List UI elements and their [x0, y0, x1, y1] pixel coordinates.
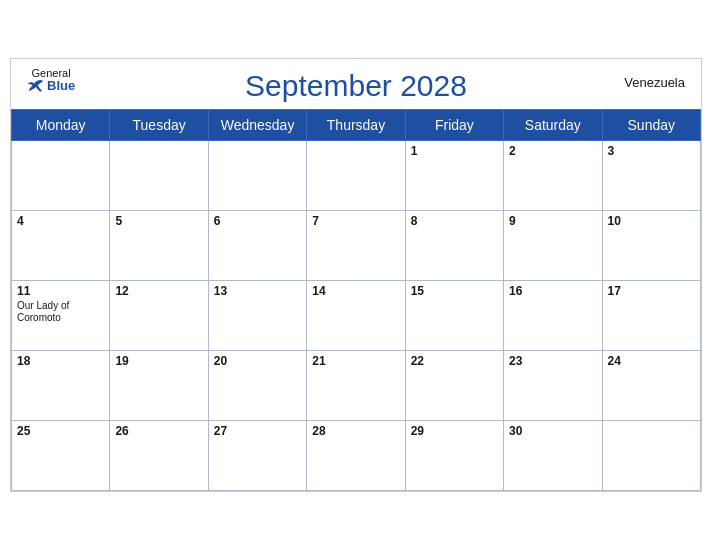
- calendar-day-cell: [208, 141, 306, 211]
- day-number: 24: [608, 354, 695, 368]
- day-number: 4: [17, 214, 104, 228]
- calendar-day-cell: 8: [405, 211, 503, 281]
- day-number: 14: [312, 284, 399, 298]
- calendar-day-cell: 21: [307, 351, 405, 421]
- country-label: Venezuela: [624, 75, 685, 90]
- header-wednesday: Wednesday: [208, 110, 306, 141]
- day-number: 26: [115, 424, 202, 438]
- day-number: 3: [608, 144, 695, 158]
- calendar-day-cell: 16: [504, 281, 602, 351]
- calendar-day-cell: [307, 141, 405, 211]
- calendar-day-cell: 4: [12, 211, 110, 281]
- day-number: 23: [509, 354, 596, 368]
- day-number: 29: [411, 424, 498, 438]
- day-number: 6: [214, 214, 301, 228]
- calendar-day-cell: 13: [208, 281, 306, 351]
- day-number: 1: [411, 144, 498, 158]
- day-number: 8: [411, 214, 498, 228]
- header-friday: Friday: [405, 110, 503, 141]
- calendar-day-cell: 30: [504, 421, 602, 491]
- calendar-day-cell: 1: [405, 141, 503, 211]
- day-number: 21: [312, 354, 399, 368]
- calendar-day-cell: 17: [602, 281, 700, 351]
- calendar-day-cell: [12, 141, 110, 211]
- day-number: 7: [312, 214, 399, 228]
- calendar-day-cell: 19: [110, 351, 208, 421]
- calendar-week-row: 18192021222324: [12, 351, 701, 421]
- calendar-week-row: 45678910: [12, 211, 701, 281]
- logo-area: General Blue: [27, 67, 75, 93]
- day-number: 10: [608, 214, 695, 228]
- day-number: 28: [312, 424, 399, 438]
- calendar-day-cell: 26: [110, 421, 208, 491]
- header-tuesday: Tuesday: [110, 110, 208, 141]
- calendar-day-cell: 6: [208, 211, 306, 281]
- calendar-day-cell: 7: [307, 211, 405, 281]
- day-number: 2: [509, 144, 596, 158]
- day-number: 17: [608, 284, 695, 298]
- header-saturday: Saturday: [504, 110, 602, 141]
- calendar-header: General Blue September 2028 Venezuela: [11, 59, 701, 109]
- calendar-day-cell: 11Our Lady of Coromoto: [12, 281, 110, 351]
- day-number: 27: [214, 424, 301, 438]
- calendar-day-cell: 9: [504, 211, 602, 281]
- day-number: 20: [214, 354, 301, 368]
- day-number: 5: [115, 214, 202, 228]
- calendar-day-cell: 3: [602, 141, 700, 211]
- logo-bird-icon: [27, 79, 45, 93]
- header-monday: Monday: [12, 110, 110, 141]
- calendar-day-cell: 23: [504, 351, 602, 421]
- calendar-table: Monday Tuesday Wednesday Thursday Friday…: [11, 109, 701, 491]
- calendar-day-cell: 20: [208, 351, 306, 421]
- day-number: 12: [115, 284, 202, 298]
- day-number: 18: [17, 354, 104, 368]
- calendar-day-cell: [110, 141, 208, 211]
- calendar-day-cell: 12: [110, 281, 208, 351]
- calendar-day-cell: 18: [12, 351, 110, 421]
- calendar-day-cell: 28: [307, 421, 405, 491]
- day-number: 11: [17, 284, 104, 298]
- calendar-container: General Blue September 2028 Venezuela Mo…: [10, 58, 702, 492]
- day-number: 19: [115, 354, 202, 368]
- day-number: 9: [509, 214, 596, 228]
- calendar-day-cell: 14: [307, 281, 405, 351]
- day-number: 22: [411, 354, 498, 368]
- holiday-label: Our Lady of Coromoto: [17, 300, 104, 324]
- day-number: 15: [411, 284, 498, 298]
- calendar-day-cell: 15: [405, 281, 503, 351]
- day-number: 25: [17, 424, 104, 438]
- calendar-day-cell: 10: [602, 211, 700, 281]
- header-thursday: Thursday: [307, 110, 405, 141]
- day-number: 30: [509, 424, 596, 438]
- calendar-day-cell: 22: [405, 351, 503, 421]
- weekday-header-row: Monday Tuesday Wednesday Thursday Friday…: [12, 110, 701, 141]
- calendar-title: September 2028: [245, 69, 467, 103]
- calendar-day-cell: 29: [405, 421, 503, 491]
- calendar-week-row: 252627282930: [12, 421, 701, 491]
- calendar-day-cell: 2: [504, 141, 602, 211]
- calendar-day-cell: 5: [110, 211, 208, 281]
- calendar-week-row: 123: [12, 141, 701, 211]
- calendar-day-cell: 24: [602, 351, 700, 421]
- day-number: 16: [509, 284, 596, 298]
- logo-blue: Blue: [27, 79, 75, 93]
- calendar-day-cell: 27: [208, 421, 306, 491]
- day-number: 13: [214, 284, 301, 298]
- header-sunday: Sunday: [602, 110, 700, 141]
- calendar-day-cell: [602, 421, 700, 491]
- calendar-week-row: 11Our Lady of Coromoto121314151617: [12, 281, 701, 351]
- calendar-day-cell: 25: [12, 421, 110, 491]
